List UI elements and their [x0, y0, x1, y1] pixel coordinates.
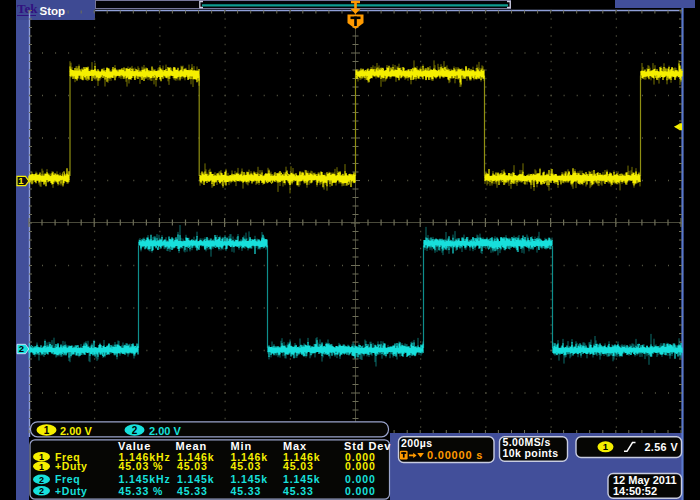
svg-text:2.00 V: 2.00 V	[60, 425, 92, 437]
svg-text:2: 2	[39, 486, 44, 496]
svg-text:2.56 V: 2.56 V	[644, 441, 678, 453]
svg-text:200µs: 200µs	[401, 437, 432, 449]
svg-text:2: 2	[19, 343, 24, 354]
svg-text:1.145k: 1.145k	[283, 473, 321, 485]
svg-text:+Duty: +Duty	[55, 460, 87, 472]
svg-text:Freq: Freq	[55, 473, 80, 485]
svg-text:1.145k: 1.145k	[177, 473, 215, 485]
svg-text:1: 1	[39, 452, 44, 462]
svg-text:45.33: 45.33	[177, 485, 208, 497]
svg-text:1.145kHz: 1.145kHz	[119, 473, 171, 485]
svg-text:0.000: 0.000	[345, 460, 376, 472]
svg-text:1: 1	[18, 175, 24, 186]
svg-text:45.33: 45.33	[283, 485, 314, 497]
svg-text:2: 2	[39, 475, 44, 485]
svg-text:45.03: 45.03	[231, 460, 262, 472]
svg-text:45.33: 45.33	[231, 485, 262, 497]
svg-text:45.03: 45.03	[283, 460, 314, 472]
svg-text:45.03 %: 45.03 %	[119, 460, 164, 472]
svg-text:+Duty: +Duty	[55, 485, 87, 497]
svg-text:45.33 %: 45.33 %	[119, 485, 164, 497]
svg-text:2: 2	[132, 425, 138, 436]
svg-text:10k points: 10k points	[503, 447, 559, 459]
svg-text:1.145k: 1.145k	[231, 473, 269, 485]
svg-text:45.03: 45.03	[177, 460, 208, 472]
svg-text:0.000: 0.000	[345, 485, 376, 497]
svg-text:1: 1	[39, 462, 44, 472]
svg-text:1: 1	[44, 425, 50, 436]
svg-text:0.000: 0.000	[345, 473, 376, 485]
svg-text:2.00 V: 2.00 V	[149, 425, 181, 437]
svg-text:14:50:52: 14:50:52	[613, 485, 657, 497]
svg-text:1: 1	[603, 441, 609, 452]
svg-text:0.00000 s: 0.00000 s	[427, 449, 483, 461]
